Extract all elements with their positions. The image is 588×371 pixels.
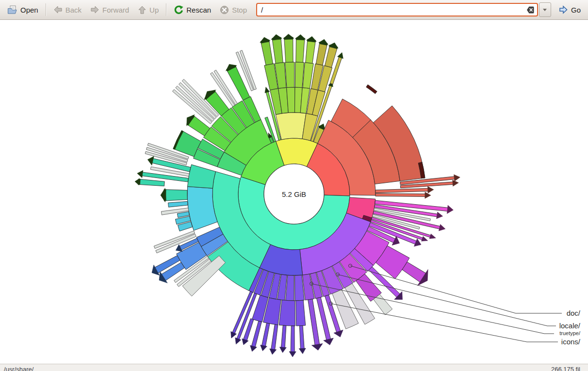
status-bar: /usr/share/ 266,175 fil [0, 364, 588, 371]
chart-label-locale: locale/ [559, 322, 580, 330]
chart-label-truetype: truetype/ [559, 330, 580, 336]
status-file-count: 266,175 fil [551, 366, 580, 371]
radial-map-area: doc/locale/truetype/icons/ 5.2 GiB [0, 0, 588, 371]
chart-label-icons: icons/ [561, 338, 580, 346]
chart-label-doc: doc/ [567, 309, 580, 317]
status-path: /usr/share/ [4, 366, 33, 371]
total-size-label: 5.2 GiB [282, 190, 306, 198]
sunburst-chart[interactable] [0, 0, 588, 371]
